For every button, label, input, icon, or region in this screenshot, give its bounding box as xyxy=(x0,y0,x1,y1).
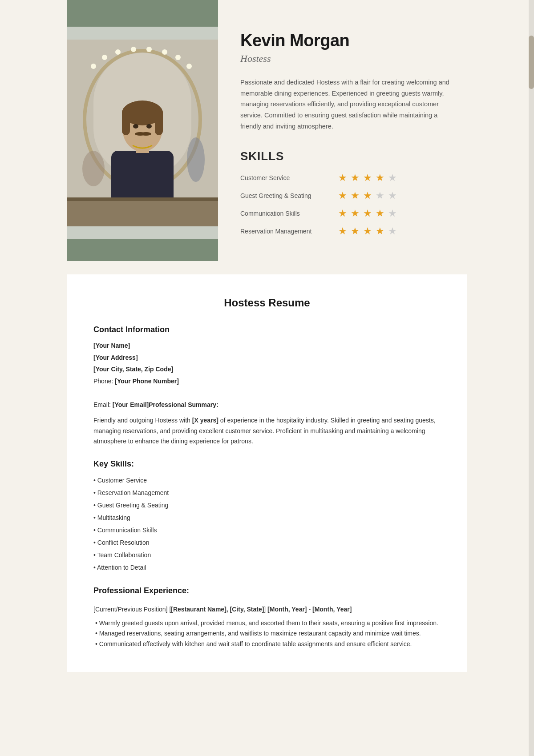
skill-name: Communication Skills xyxy=(240,210,329,217)
svg-point-21 xyxy=(82,151,105,186)
bullet-item: Managed reservations, seating arrangemen… xyxy=(95,628,441,639)
skill-row-guest-greeting: Guest Greeting & Seating ★ ★ ★ ★ ★ xyxy=(240,190,449,201)
svg-point-18 xyxy=(141,132,151,136)
svg-point-4 xyxy=(102,55,107,60)
star-1: ★ xyxy=(338,208,347,219)
stars-customer-service: ★ ★ ★ ★ ★ xyxy=(338,172,397,184)
star-2: ★ xyxy=(351,225,360,237)
contact-address: [Your Address] xyxy=(93,352,441,364)
star-4: ★ xyxy=(376,225,384,237)
star-3: ★ xyxy=(363,190,372,201)
star-2: ★ xyxy=(351,208,360,219)
svg-point-7 xyxy=(146,47,152,52)
skill-row-customer-service: Customer Service ★ ★ ★ ★ ★ xyxy=(240,172,449,184)
stars-guest-greeting: ★ ★ ★ ★ ★ xyxy=(338,190,397,201)
star-1: ★ xyxy=(338,225,347,237)
key-skills-heading: Key Skills: xyxy=(93,459,441,469)
experience-heading: Professional Experience: xyxy=(93,586,441,595)
star-3: ★ xyxy=(363,172,372,184)
skill-name: Reservation Management xyxy=(240,228,329,235)
star-5-empty: ★ xyxy=(388,190,397,201)
experience-section: [Current/Previous Position] [[Restaurant… xyxy=(93,604,441,650)
bullet-item: Communicated effectively with kitchen an… xyxy=(95,639,441,650)
svg-point-20 xyxy=(146,124,152,129)
svg-rect-23 xyxy=(67,200,218,226)
contact-name: [Your Name] xyxy=(93,340,441,352)
star-1: ★ xyxy=(338,172,347,184)
star-1: ★ xyxy=(338,190,347,201)
skill-row-reservation: Reservation Management ★ ★ ★ ★ ★ xyxy=(240,225,449,237)
star-3: ★ xyxy=(363,208,372,219)
svg-point-6 xyxy=(131,47,136,52)
top-card: Kevin Morgan Hostess Passionate and dedi… xyxy=(67,0,467,261)
resume-section: Hostess Resume Contact Information [Your… xyxy=(67,274,467,672)
skill-item: Attention to Detail xyxy=(93,561,441,574)
skill-item: Customer Service xyxy=(93,474,441,487)
svg-point-8 xyxy=(162,49,167,55)
skills-heading: SKILLS xyxy=(240,149,449,163)
svg-point-5 xyxy=(115,49,121,55)
star-5-empty: ★ xyxy=(388,208,397,219)
skill-item: Conflict Resolution xyxy=(93,536,441,549)
skill-name: Guest Greeting & Seating xyxy=(240,192,329,199)
contact-email: Email: [Your Email]Professional Summary: xyxy=(93,399,441,411)
svg-rect-15 xyxy=(122,109,130,135)
star-5-empty: ★ xyxy=(388,172,397,184)
contact-city: [Your City, State, Zip Code] xyxy=(93,363,441,375)
professional-summary: Friendly and outgoing Hostess with [X ye… xyxy=(93,415,441,447)
photo-column xyxy=(67,0,218,261)
star-2: ★ xyxy=(351,190,360,201)
star-4: ★ xyxy=(376,172,384,184)
svg-rect-24 xyxy=(67,197,218,201)
stars-communication: ★ ★ ★ ★ ★ xyxy=(338,208,397,219)
person-bio: Passionate and dedicated Hostess with a … xyxy=(240,77,449,132)
skill-item: Guest Greeting & Seating xyxy=(93,499,441,511)
svg-point-22 xyxy=(187,137,205,182)
star-4-empty: ★ xyxy=(376,190,384,201)
star-3: ★ xyxy=(363,225,372,237)
star-5-empty: ★ xyxy=(388,225,397,237)
photo-wrapper xyxy=(67,27,218,239)
stars-reservation: ★ ★ ★ ★ ★ xyxy=(338,225,397,237)
svg-point-9 xyxy=(175,55,181,60)
info-column: Kevin Morgan Hostess Passionate and dedi… xyxy=(218,0,467,261)
person-title: Hostess xyxy=(240,53,449,64)
experience-title-line: [Current/Previous Position] [[Restaurant… xyxy=(93,604,441,614)
svg-point-3 xyxy=(91,64,96,69)
person-name: Kevin Morgan xyxy=(240,31,449,50)
skill-item: Multitasking xyxy=(93,511,441,524)
experience-bullets: Warmly greeted guests upon arrival, prov… xyxy=(93,618,441,650)
skill-row-communication: Communication Skills ★ ★ ★ ★ ★ xyxy=(240,208,449,219)
contact-block: [Your Name] [Your Address] [Your City, S… xyxy=(93,340,441,411)
contact-phone: Phone: [Your Phone Number] xyxy=(93,375,441,387)
svg-point-10 xyxy=(186,64,192,69)
experience-entry: [Current/Previous Position] [[Restaurant… xyxy=(93,604,441,650)
skill-item: Team Collaboration xyxy=(93,549,441,561)
photo-bottom-accent xyxy=(67,239,218,261)
skills-list: Customer Service ★ ★ ★ ★ ★ Guest Greetin… xyxy=(240,172,449,237)
contact-heading: Contact Information xyxy=(93,325,441,334)
bullet-item: Warmly greeted guests upon arrival, prov… xyxy=(95,618,441,629)
skill-name: Customer Service xyxy=(240,174,329,181)
skill-item: Reservation Management xyxy=(93,487,441,499)
star-4: ★ xyxy=(376,208,384,219)
resume-title: Hostess Resume xyxy=(93,297,441,309)
star-2: ★ xyxy=(351,172,360,184)
skill-item: Communication Skills xyxy=(93,524,441,536)
profile-photo xyxy=(67,40,218,226)
svg-point-19 xyxy=(133,124,138,129)
key-skills-list: Customer Service Reservation Management … xyxy=(93,474,441,574)
photo-top-accent xyxy=(67,0,218,27)
svg-rect-16 xyxy=(155,109,163,135)
